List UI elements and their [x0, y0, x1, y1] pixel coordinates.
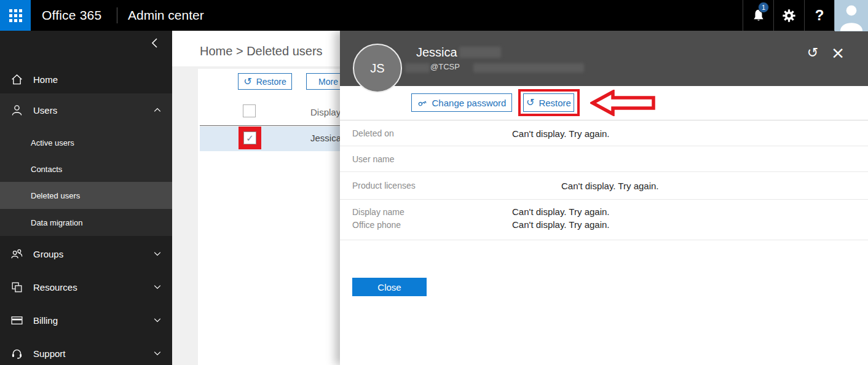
- billing-icon: [10, 313, 23, 327]
- restore-label: Restore: [539, 98, 571, 108]
- field-label: Office phone: [352, 220, 401, 230]
- account-avatar[interactable]: [835, 0, 868, 31]
- settings-button[interactable]: [773, 0, 804, 31]
- key-icon: [417, 98, 428, 108]
- panel-user-email: @TCSP: [430, 62, 460, 71]
- support-headset-icon: [10, 347, 23, 360]
- home-icon: [10, 73, 23, 86]
- field-value: Can't display. Try again.: [561, 181, 659, 191]
- user-detail-panel: Jessica @TCSP ↺ × JS Change password ↺ R…: [340, 31, 868, 365]
- sidebar-item-resources[interactable]: Resources: [0, 270, 172, 304]
- chevron-up-icon: [152, 105, 162, 115]
- sidebar-item-deleted-users[interactable]: Deleted users: [0, 182, 172, 209]
- field-label: User name: [352, 154, 394, 164]
- sub-item-label: Contacts: [31, 165, 62, 174]
- sidebar-item-support[interactable]: Support: [0, 337, 172, 365]
- resources-icon: [10, 280, 23, 294]
- panel-avatar: JS: [353, 44, 402, 93]
- field-value: Can't display. Try again.: [512, 206, 610, 217]
- waffle-icon: [9, 9, 22, 22]
- close-button[interactable]: Close: [352, 278, 427, 296]
- check-icon: ✓: [246, 133, 254, 144]
- change-password-button[interactable]: Change password: [411, 93, 512, 112]
- sidebar-item-label: Groups: [33, 249, 63, 259]
- avatar-initials: JS: [370, 61, 384, 76]
- sub-item-label: Data migration: [31, 218, 83, 227]
- sidebar-item-groups[interactable]: Groups: [0, 237, 172, 270]
- sidebar-item-label: Resources: [33, 282, 77, 292]
- sidebar-item-active-users[interactable]: Active users: [0, 129, 172, 156]
- notifications-button[interactable]: 1: [743, 0, 773, 31]
- restore-button-toolbar[interactable]: ↺ Restore: [238, 73, 292, 90]
- sidebar-item-billing[interactable]: Billing: [0, 304, 172, 337]
- groups-icon: [10, 247, 23, 261]
- panel-user-name: Jessica: [416, 45, 457, 60]
- sidebar-item-users[interactable]: Users: [0, 93, 172, 127]
- sidebar-item-label: Support: [33, 348, 66, 359]
- select-all-checkbox[interactable]: [243, 104, 256, 117]
- panel-close-icon[interactable]: ×: [829, 43, 847, 61]
- app-launcher-button[interactable]: [0, 0, 31, 31]
- change-password-label: Change password: [432, 98, 507, 108]
- redacted-last-name: [459, 47, 501, 58]
- sidebar-item-data-migration[interactable]: Data migration: [0, 209, 172, 236]
- field-value: Can't display. Try again.: [512, 128, 610, 138]
- breadcrumb-separator: >: [232, 44, 247, 58]
- restore-button-panel[interactable]: ↺ Restore: [523, 93, 574, 112]
- red-highlight-box-checkbox: ✓: [239, 127, 261, 149]
- close-label: Close: [377, 282, 401, 292]
- panel-refresh-button[interactable]: ↺: [803, 43, 822, 61]
- person-icon: [835, 0, 868, 31]
- chevron-down-icon: [152, 282, 162, 292]
- chevron-down-icon: [152, 249, 162, 259]
- sidebar-item-home[interactable]: Home: [0, 65, 172, 93]
- top-bar: Office 365 Admin center 1 ?: [0, 0, 868, 31]
- user-icon: [10, 103, 23, 117]
- sidebar-item-label: Home: [33, 74, 58, 85]
- breadcrumb: Home > Deleted users: [200, 44, 323, 58]
- redacted-email-domain: [473, 63, 584, 73]
- breadcrumb-current: Deleted users: [247, 44, 322, 58]
- row-checkbox-checked[interactable]: ✓: [243, 131, 256, 144]
- brand-divider: [117, 7, 117, 23]
- restore-icon: ↺: [526, 98, 534, 108]
- field-row-deleted-on: Deleted on Can't display. Try again.: [340, 120, 868, 146]
- brand-title[interactable]: Office 365: [42, 0, 101, 31]
- chevron-left-icon: [150, 37, 160, 49]
- red-annotation-arrow: [590, 90, 656, 116]
- sub-item-label: Active users: [31, 138, 74, 147]
- field-label: Deleted on: [352, 128, 394, 138]
- field-value: Can't display. Try again.: [512, 219, 610, 230]
- sidebar-item-contacts[interactable]: Contacts: [0, 155, 172, 182]
- field-row-user-name: User name: [340, 146, 868, 172]
- sidebar-collapse-button[interactable]: [148, 36, 162, 50]
- sidebar-item-label: Users: [33, 105, 57, 116]
- row-display-name: Jessica: [310, 133, 341, 143]
- field-label: Product licenses: [352, 181, 416, 190]
- chevron-down-icon: [152, 315, 162, 325]
- gear-icon: [782, 9, 796, 23]
- sub-item-label: Deleted users: [31, 191, 80, 200]
- restore-icon: ↺: [243, 77, 251, 87]
- notification-badge: 1: [758, 2, 769, 13]
- restore-label: Restore: [256, 77, 286, 87]
- breadcrumb-home-link[interactable]: Home: [200, 44, 232, 58]
- redacted-email-prefix: [405, 63, 430, 73]
- panel-header: Jessica @TCSP ↺ ×: [340, 31, 868, 86]
- help-button[interactable]: ?: [804, 0, 835, 31]
- field-row-product-licenses: Product licenses Can't display. Try agai…: [340, 172, 868, 200]
- sidebar-item-label: Billing: [33, 315, 58, 326]
- field-row-display-name-office-phone: Display name Can't display. Try again. O…: [340, 200, 868, 240]
- sidebar-nav: Home Users Active users Contacts Deleted…: [0, 31, 172, 365]
- more-label: More: [318, 77, 338, 87]
- question-mark-icon: ?: [815, 7, 824, 24]
- chevron-down-icon: [152, 348, 162, 358]
- admin-center-title[interactable]: Admin center: [128, 0, 204, 31]
- field-label: Display name: [352, 207, 404, 217]
